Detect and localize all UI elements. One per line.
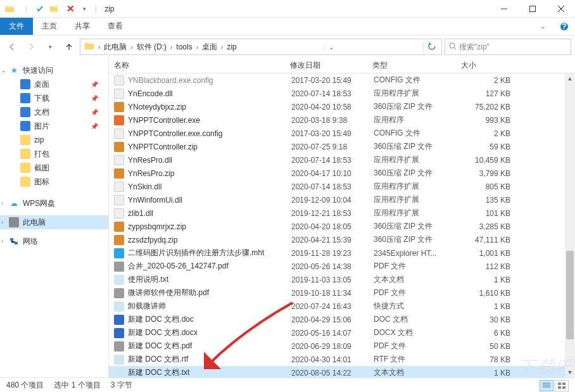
file-row[interactable]: 新建 DOC 文档.rtf2020-04-30 14:01RTF 文件78 KB [109,353,575,366]
file-size: 1 KB [462,369,513,377]
qat-properties[interactable] [33,2,47,16]
chevron-right-icon[interactable]: › [195,44,199,51]
file-row[interactable]: 卸载微讲师2020-07-24 16:43快捷方式1 KB [109,300,575,313]
col-header-size[interactable]: 大小 [461,60,518,71]
qat-sep: | [19,2,33,16]
chevron-right-icon[interactable]: › [129,44,134,51]
file-row[interactable]: YnResPro.dll2020-07-14 18:53应用程序扩展10,459… [109,153,575,167]
sidebar-item[interactable]: 截图 [0,161,108,175]
file-row[interactable]: YNPPTController.zip2020-07-25 9:18360压缩 … [109,140,575,153]
sidebar-item[interactable]: zip [0,133,108,147]
chevron-right-icon[interactable]: › [169,44,174,51]
file-row[interactable]: 二维码图片识别插件的注册方法步骤.mht2019-11-28 19:232345… [109,246,575,260]
file-row[interactable]: YNPPTController.exe2020-03-18 9:38应用程序99… [109,113,575,127]
file-row[interactable]: YnResPro.zip2020-04-17 10:10360压缩 ZIP 文件… [109,167,575,180]
sidebar-item[interactable]: 桌面📌 [0,77,108,91]
sidebar-wps[interactable]: › ☁ WPS网盘 [0,196,108,210]
nav-recent-dropdown[interactable]: ▾ [42,39,58,55]
nav-back[interactable] [4,39,20,55]
sidebar-item[interactable]: 下载📌 [0,91,108,105]
file-row[interactable]: 新建 DOC 文档.doc2020-04-29 15:06DOC 文档30 KB [109,313,575,326]
file-row[interactable]: zyppsbqmrjxz.zip2020-04-20 18:05360压缩 ZI… [109,220,575,233]
close-button[interactable] [547,0,575,18]
file-date: 2019-12-21 18:53 [291,209,374,218]
chevron-right-icon[interactable]: › [97,44,101,51]
folder-icon[interactable] [3,2,16,16]
view-details-button[interactable] [540,380,553,391]
breadcrumb-item[interactable]: tools [174,42,194,51]
ribbon-expand-icon[interactable]: ⌄ [532,18,553,35]
breadcrumb-item[interactable]: 此电脑 [101,42,129,53]
breadcrumb-item[interactable]: zip [224,42,239,51]
sidebar-item[interactable]: 图标 [0,175,108,189]
folder-icon-small[interactable] [47,2,61,16]
folder-icon [20,163,30,173]
refresh-icon[interactable] [423,42,440,53]
tab-share[interactable]: 共享 [66,18,99,35]
file-type-icon [114,142,124,152]
file-name: 新建 DOC 文档.pdf [128,341,291,351]
caret-icon[interactable]: ⌄ [1,67,6,73]
file-row[interactable]: YNPPTController.exe.config2017-03-20 15:… [109,127,575,140]
file-row[interactable]: zzsdzfpydq.zip2020-04-21 15:39360压缩 ZIP … [109,233,575,246]
view-icons-button[interactable] [555,380,569,391]
file-row[interactable]: zlib1.dll2019-12-21 18:53应用程序扩展101 KB [109,206,575,220]
file-row[interactable]: 合并_2020-05-26_142747.pdf2020-05-26 14:38… [109,260,575,273]
search-input[interactable]: 搜索"zip" [445,39,571,55]
breadcrumb[interactable]: › 此电脑 › 软件 (D:) › tools › 桌面 › zip ⌄ [80,39,442,55]
file-name: 新建 DOC 文档.docx [128,327,291,338]
file-size: 2 KB [462,76,513,85]
file-type: DOC 文档 [374,314,462,325]
file-list[interactable]: YNBlackboard.exe.config2017-03-20 15:49C… [109,73,575,377]
scroll-up-icon[interactable]: ▲ [565,73,575,84]
file-row[interactable]: 新建 DOC 文档.txt2020-08-05 14:22文本文档1 KB [109,366,575,377]
sidebar-item[interactable]: 打包 [0,147,108,161]
qat-delete[interactable]: ✕ [63,2,77,16]
file-row[interactable]: YnWinformUi.dll2019-12-09 10:04应用程序扩展135… [109,193,575,206]
svg-rect-11 [562,386,566,389]
breadcrumb-dropdown[interactable]: ⌄ [324,44,338,51]
file-size: 127 KB [462,89,513,98]
scrollbar-vertical[interactable]: ▲ ▼ [565,73,575,377]
nav-up[interactable] [61,39,77,55]
file-row[interactable]: 新建 DOC 文档.docx2020-05-16 14:07DOCX 文档6 K… [109,326,575,339]
file-row[interactable]: YNBlackboard.exe.config2017-03-20 15:49C… [109,73,575,87]
caret-icon[interactable]: › [1,238,3,244]
scroll-down-icon[interactable]: ▼ [565,367,575,377]
breadcrumb-item[interactable]: 软件 (D:) [134,42,169,53]
breadcrumb-item[interactable]: 桌面 [199,42,220,53]
scrollbar-thumb[interactable] [566,251,574,339]
caret-icon[interactable]: › [1,200,3,206]
file-row[interactable]: 微讲师软件使用帮助.pdf2019-10-18 11:34PDF 文件1,610… [109,286,575,300]
tab-home[interactable]: 主页 [33,18,66,35]
file-row[interactable]: 使用说明.txt2019-11-03 13:05文本文档1 KB [109,273,575,286]
qat-dropdown-icon[interactable]: ▾ [77,2,91,16]
file-date: 2020-04-21 15:39 [291,236,374,244]
svg-rect-10 [558,386,561,389]
col-header-type[interactable]: 类型 [372,60,461,71]
sidebar-label: 快速访问 [23,65,53,76]
file-name: 新建 DOC 文档.txt [128,367,291,377]
file-row[interactable]: YNoteydybjxz.zip2020-04-20 10:58360压缩 ZI… [109,100,575,113]
sidebar-this-pc[interactable]: › 此电脑 [0,215,108,229]
nav-forward[interactable] [23,39,39,55]
tab-file[interactable]: 文件 [0,18,33,35]
breadcrumb-root-icon[interactable] [82,41,97,53]
file-row[interactable]: 新建 DOC 文档.pdf2020-06-29 18:09PDF 文件50 KB [109,339,575,353]
file-row[interactable]: YnEncode.dll2020-07-14 18:53应用程序扩展127 KB [109,87,575,100]
sidebar-quick-access[interactable]: ⌄ ★ 快速访问 [0,63,108,77]
caret-icon[interactable]: › [1,219,3,225]
minimize-button[interactable] [490,0,518,18]
sidebar-item[interactable]: 文档📌 [0,105,108,119]
col-header-name[interactable]: 名称 [113,60,290,71]
sidebar-item[interactable]: 图片📌 [0,119,108,133]
sidebar-network[interactable]: › 网络 [0,234,108,248]
folder-icon [20,121,30,131]
help-icon[interactable]: ? [553,18,575,35]
file-name: 使用说明.txt [128,274,291,285]
maximize-button[interactable] [518,0,547,18]
file-row[interactable]: YnSkin.dll2020-07-14 18:53应用程序扩展805 KB [109,180,575,193]
chevron-right-icon[interactable]: › [220,44,224,51]
col-header-date[interactable]: 修改日期 [290,60,372,71]
tab-view[interactable]: 查看 [99,18,132,35]
